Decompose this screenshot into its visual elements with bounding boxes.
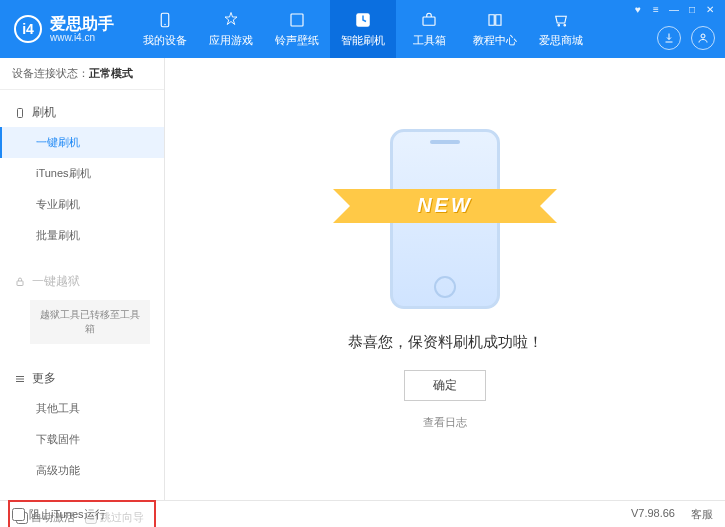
close-btn[interactable]: ✕ [703,4,717,15]
nav-toolbox[interactable]: 工具箱 [396,0,462,58]
svg-rect-6 [18,108,23,117]
device-icon [155,10,175,30]
nav-flash[interactable]: 智能刷机 [330,0,396,58]
maximize-btn[interactable]: □ [685,4,699,15]
header-actions [657,26,715,50]
footer-support[interactable]: 客服 [691,507,713,522]
success-illustration: NEW [370,129,520,309]
apps-icon [221,10,241,30]
view-log-link[interactable]: 查看日志 [423,415,467,430]
lock-btn[interactable]: ♥ [631,4,645,15]
success-message: 恭喜您，保资料刷机成功啦！ [348,333,543,352]
section-more[interactable]: 更多 [0,364,164,393]
sidebar: 设备连接状态：正常模式 刷机 一键刷机 iTunes刷机 专业刷机 批量刷机 一… [0,58,165,500]
app-url: www.i4.cn [50,32,114,43]
flash-icon [353,10,373,30]
section-jailbreak[interactable]: 一键越狱 [0,267,164,296]
download-btn[interactable] [657,26,681,50]
section-flash[interactable]: 刷机 [0,98,164,127]
new-banner: NEW [350,189,540,223]
window-controls: ♥ ≡ — □ ✕ [631,4,717,15]
sidebar-item-other-tools[interactable]: 其他工具 [0,393,164,424]
sidebar-item-pro-flash[interactable]: 专业刷机 [0,189,164,220]
wallpaper-icon [287,10,307,30]
top-nav: 我的设备 应用游戏 铃声壁纸 智能刷机 工具箱 教程中心 爱思商城 [132,0,594,58]
nav-ringtones[interactable]: 铃声壁纸 [264,0,330,58]
svg-rect-4 [423,17,435,25]
app-header: i4 爱思助手 www.i4.cn 我的设备 应用游戏 铃声壁纸 智能刷机 工具… [0,0,725,58]
user-btn[interactable] [691,26,715,50]
app-logo: i4 爱思助手 www.i4.cn [0,15,132,44]
book-icon [485,10,505,30]
menu-btn[interactable]: ≡ [649,4,663,15]
svg-point-5 [701,34,705,38]
sidebar-item-itunes-flash[interactable]: iTunes刷机 [0,158,164,189]
svg-rect-7 [17,281,23,286]
sidebar-item-download-fw[interactable]: 下载固件 [0,424,164,455]
app-name: 爱思助手 [50,15,114,33]
nav-my-device[interactable]: 我的设备 [132,0,198,58]
svg-rect-2 [291,14,303,26]
checkbox-block-itunes[interactable]: 阻止iTunes运行 [12,507,106,522]
jailbreak-note: 越狱工具已转移至工具箱 [30,300,150,344]
cart-icon [551,10,571,30]
logo-icon: i4 [14,15,42,43]
nav-tutorials[interactable]: 教程中心 [462,0,528,58]
connection-status: 设备连接状态：正常模式 [0,58,164,90]
lock-icon [14,276,26,288]
minimize-btn[interactable]: — [667,4,681,15]
svg-point-1 [164,24,166,26]
toolbox-icon [419,10,439,30]
more-icon [14,373,26,385]
main-content: NEW 恭喜您，保资料刷机成功啦！ 确定 查看日志 [165,58,725,500]
sidebar-item-advanced[interactable]: 高级功能 [0,455,164,486]
sidebar-item-oneclick-flash[interactable]: 一键刷机 [0,127,164,158]
phone-icon [14,107,26,119]
nav-store[interactable]: 爱思商城 [528,0,594,58]
version-label: V7.98.66 [631,507,675,522]
sidebar-item-batch-flash[interactable]: 批量刷机 [0,220,164,251]
nav-apps[interactable]: 应用游戏 [198,0,264,58]
ok-button[interactable]: 确定 [404,370,486,401]
